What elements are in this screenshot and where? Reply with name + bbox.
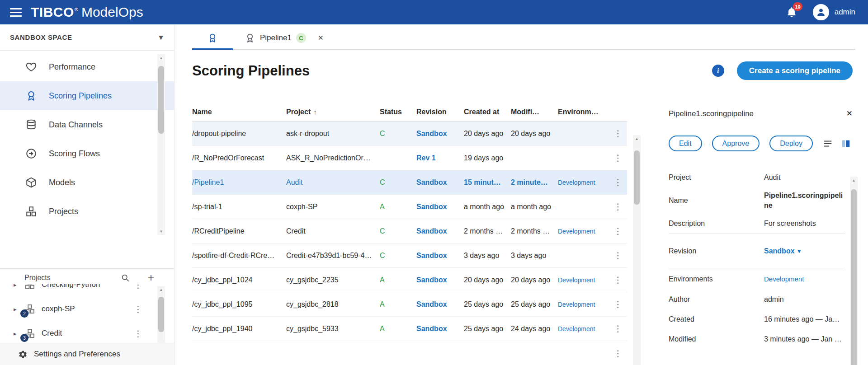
table-row[interactable]: /cy_jdbc_ppl_1095 cy_gsjdbc_2818 A Sandb…: [192, 292, 627, 317]
row-menu-button[interactable]: ⋮: [609, 299, 627, 309]
sidebar-item-performance[interactable]: Performance: [0, 52, 174, 81]
cell-environments[interactable]: Development: [558, 228, 609, 235]
details-scrollbar[interactable]: ▲ ▼: [850, 177, 858, 365]
row-menu-button[interactable]: ⋮: [609, 323, 627, 334]
cell-name[interactable]: /cy_jdbc_ppl_1024: [192, 276, 286, 284]
table-row-selected[interactable]: /Pipeline1 Audit C Sandbox 15 minute… 2 …: [192, 170, 627, 195]
split-view-icon[interactable]: [841, 139, 851, 149]
space-selector[interactable]: SANDBOX SPACE ▾: [0, 24, 174, 51]
user-menu[interactable]: admin: [813, 4, 855, 20]
row-menu-button[interactable]: ⋮: [609, 201, 627, 212]
sidebar-item-projects[interactable]: Projects: [0, 197, 174, 226]
table-row[interactable]: /sp-trial-1 coxph-SP A Sandbox a month a…: [192, 195, 627, 219]
kebab-menu-icon[interactable]: ⋮: [134, 328, 142, 339]
user-name: admin: [835, 8, 855, 17]
cell-revision[interactable]: Sandbox: [416, 300, 464, 309]
col-created[interactable]: Created at: [464, 108, 511, 116]
cell-name[interactable]: /sp-trial-1: [192, 203, 286, 211]
scroll-up-icon[interactable]: ▲: [157, 286, 165, 293]
row-menu-button[interactable]: ⋮: [609, 153, 627, 163]
cell-created[interactable]: 15 minute…: [464, 178, 511, 187]
cell-revision[interactable]: Sandbox: [416, 252, 464, 260]
row-menu-button[interactable]: ⋮: [609, 128, 627, 139]
scrollbar-thumb[interactable]: [158, 66, 164, 134]
add-project-button[interactable]: +: [148, 273, 154, 282]
col-name[interactable]: Name: [192, 108, 286, 116]
row-menu-button[interactable]: ⋮: [609, 177, 627, 187]
project-item[interactable]: ▸ 3 Credit ⋮: [0, 321, 174, 343]
scrollbar-thumb[interactable]: [158, 297, 164, 332]
cell-environments[interactable]: Development: [558, 276, 609, 284]
cell-name[interactable]: /RCreditPipeline: [192, 227, 286, 235]
sidebar-item-models[interactable]: Models: [0, 168, 174, 197]
sidebar-item-data-channels[interactable]: Data Channels: [0, 110, 174, 139]
scrollbar-thumb[interactable]: [634, 150, 640, 205]
kebab-menu-icon[interactable]: ⋮: [134, 284, 142, 290]
table-row[interactable]: /RCreditPipeline Credit C Sandbox 2 mont…: [192, 219, 627, 243]
environment-link[interactable]: Development: [764, 275, 845, 283]
edit-button[interactable]: Edit: [669, 136, 702, 151]
table-row-partial[interactable]: ⋮: [192, 341, 627, 365]
sidebar-nav-scrollbar[interactable]: ▲ ▼: [157, 54, 165, 235]
scroll-up-icon[interactable]: ▲: [850, 177, 858, 184]
search-icon[interactable]: [121, 273, 130, 282]
table-row[interactable]: /dropout-pipeline ask-r-dropout C Sandbo…: [192, 122, 627, 146]
col-status[interactable]: Status: [380, 108, 416, 116]
revision-dropdown[interactable]: Sandbox▾: [764, 247, 845, 255]
cell-name[interactable]: /dropout-pipeline: [192, 130, 286, 138]
kebab-menu-icon[interactable]: ⋮: [134, 304, 142, 314]
list-view-icon[interactable]: [823, 139, 833, 149]
create-scoring-pipeline-button[interactable]: Create a scoring pipeline: [737, 61, 853, 80]
col-project[interactable]: Project↑: [286, 108, 380, 116]
cell-environments[interactable]: Development: [558, 325, 609, 332]
row-menu-button[interactable]: ⋮: [609, 250, 627, 261]
settings-and-preferences[interactable]: Settings and Preferences: [0, 343, 174, 365]
scroll-up-icon[interactable]: ▲: [633, 135, 641, 142]
notifications-button[interactable]: 10: [786, 6, 797, 19]
cell-environments[interactable]: Development: [558, 179, 609, 186]
table-row[interactable]: /cy_jdbc_ppl_1940 cy_gsjdbc_5933 A Sandb…: [192, 317, 627, 341]
deploy-button[interactable]: Deploy: [769, 136, 813, 151]
project-item[interactable]: ▸ Checking-Python ⋮: [0, 284, 174, 297]
table-row[interactable]: /R_NoPredOrForecast ASK_R_NoPredictionOr…: [192, 146, 627, 170]
cell-revision[interactable]: Rev 1: [416, 154, 464, 162]
row-menu-button[interactable]: ⋮: [609, 275, 627, 285]
cell-revision[interactable]: Sandbox: [416, 130, 464, 138]
cell-project[interactable]: Audit: [286, 178, 380, 187]
table-row[interactable]: /cy_jdbc_ppl_1024 cy_gsjdbc_2235 A Sandb…: [192, 268, 627, 292]
row-menu-button[interactable]: ⋮: [609, 348, 627, 359]
projects-scrollbar[interactable]: ▲ ▼: [157, 286, 165, 343]
sidebar-item-scoring-flows[interactable]: Scoring Flows: [0, 139, 174, 168]
row-menu-button[interactable]: ⋮: [609, 226, 627, 236]
table-row[interactable]: /spotfire-df-Credit-RCre… Credit-e47b39d…: [192, 243, 627, 268]
col-revision[interactable]: Revision: [416, 108, 464, 116]
tab-scoring-pipelines[interactable]: [192, 26, 233, 50]
cell-name[interactable]: /Pipeline1: [192, 178, 286, 187]
cell-revision[interactable]: Sandbox: [416, 178, 464, 187]
cell-name[interactable]: /R_NoPredOrForecast: [192, 154, 286, 162]
cell-revision[interactable]: Sandbox: [416, 276, 464, 284]
cell-name[interactable]: /cy_jdbc_ppl_1095: [192, 300, 286, 309]
scroll-up-icon[interactable]: ▲: [157, 54, 165, 61]
caret-right-icon[interactable]: ▸: [14, 284, 23, 288]
sidebar-item-scoring-pipelines[interactable]: Scoring Pipelines: [0, 81, 174, 110]
cell-revision[interactable]: Sandbox: [416, 227, 464, 235]
cell-name[interactable]: /cy_jdbc_ppl_1940: [192, 325, 286, 333]
table-scrollbar[interactable]: ▲ ▼: [633, 135, 641, 365]
cell-modified[interactable]: 2 minutes …: [511, 178, 558, 187]
info-icon[interactable]: i: [712, 65, 724, 77]
close-details-button[interactable]: ✕: [846, 109, 853, 118]
col-modified[interactable]: Modifi…: [511, 108, 558, 116]
cell-environments[interactable]: Development: [558, 301, 609, 308]
tab-pipeline1[interactable]: Pipeline1 C: [241, 26, 310, 50]
approve-button[interactable]: Approve: [712, 136, 760, 151]
scrollbar-thumb[interactable]: [851, 189, 857, 365]
cell-revision[interactable]: Sandbox: [416, 203, 464, 211]
scroll-down-icon[interactable]: ▼: [157, 228, 165, 235]
cell-revision[interactable]: Sandbox: [416, 325, 464, 333]
col-environments[interactable]: Environm…: [558, 108, 609, 116]
close-tab-button[interactable]: ✕: [318, 26, 324, 50]
project-item[interactable]: ▸ 2 coxph-SP ⋮: [0, 297, 174, 321]
menu-icon[interactable]: [10, 8, 22, 17]
cell-name[interactable]: /spotfire-df-Credit-RCre…: [192, 252, 286, 260]
